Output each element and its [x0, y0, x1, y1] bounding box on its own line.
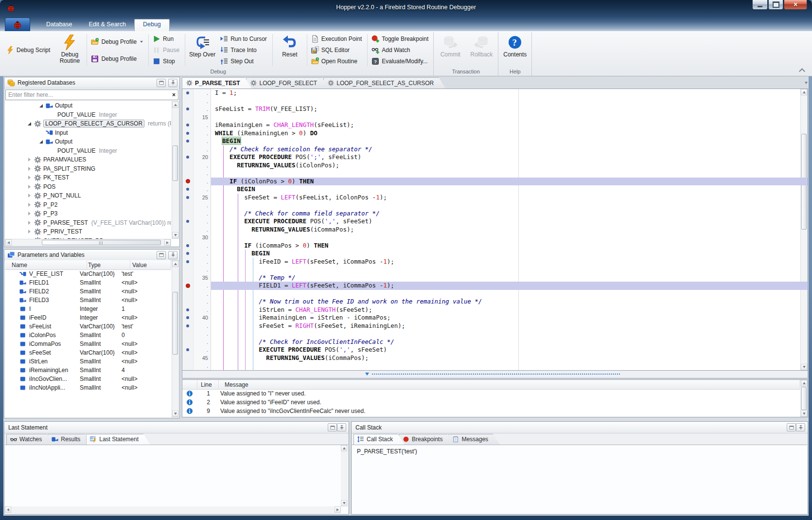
code-line[interactable]: 20 EXECUTE PROCEDURE POS(';', sFeeList)	[182, 153, 808, 161]
editor-scrollbar-horizontal[interactable]	[182, 371, 808, 378]
tab-watches[interactable]: Watches	[6, 434, 53, 445]
expander-collapsed-icon[interactable]	[26, 183, 33, 190]
ribbon-tab-debug[interactable]: Debug	[134, 19, 170, 31]
scroll-up-icon[interactable]	[341, 445, 347, 451]
editor-tab-loop-for-select[interactable]: LOOP_FOR_SELECT	[246, 77, 329, 89]
call-stack-content[interactable]: P_PARSE_TEST('test')	[352, 445, 807, 514]
code-line[interactable]: . iStrLen = CHAR_LENGTH(sFeeSet);	[182, 306, 808, 314]
content-scrollbar-vertical[interactable]	[341, 445, 348, 506]
tree-item-p-parse-test[interactable]: P_PARSE_TEST(V_FEE_LIST VarChar(100)) re…	[5, 218, 171, 228]
tree-item-pout-value[interactable]: POUT_VALUEInteger	[5, 146, 171, 156]
minimize-button[interactable]	[752, 0, 768, 10]
tree-item-pout-value[interactable]: POUT_VALUEInteger	[5, 110, 171, 120]
column-severity[interactable]	[182, 380, 197, 389]
code-line[interactable]: . EXECUTE PROCEDURE POS(',', sFeeSet)	[182, 346, 808, 354]
tree-scrollbar-horizontal[interactable]	[5, 239, 171, 246]
code-line[interactable]: . /* Check for comma field separator */	[182, 210, 808, 218]
code-line[interactable]: 25 sFeeSet = LEFT(sFeeList, iColonPos -1…	[182, 194, 808, 202]
tree-item-input[interactable]: Input	[5, 128, 171, 138]
gutter-marker[interactable]	[182, 105, 194, 113]
step-over-button[interactable]: Step Over	[187, 32, 218, 68]
tree-item-p-not-null[interactable]: P_NOT_NULL	[5, 191, 171, 200]
variable-row-icommapos[interactable]: iCommaPosSmallInt<null>	[5, 340, 171, 348]
tab-results[interactable]: Results	[48, 434, 92, 445]
code-line[interactable]: .	[182, 330, 808, 338]
messages-scrollbar-thumb[interactable]	[801, 387, 807, 410]
panel-restore-button[interactable]	[787, 423, 796, 431]
maximize-button[interactable]	[768, 0, 783, 10]
variable-row-iremaininglen[interactable]: iRemainingLenSmallInt4	[5, 366, 171, 375]
code-line[interactable]: . RETURNING_VALUES(iCommaPos);	[182, 226, 808, 234]
debug-script-button[interactable]: Debug Script	[4, 45, 54, 55]
database-filter-input[interactable]: Enter filter here... ×	[5, 90, 178, 100]
message-row[interactable]: 1Value assigned to "I" never used.	[182, 389, 800, 398]
tree-item-p-priv-test[interactable]: P_PRIV_TEST	[5, 227, 171, 236]
expander-collapsed-icon[interactable]	[26, 174, 33, 181]
code-line[interactable]: .	[182, 169, 808, 178]
panel-restore-button[interactable]	[157, 79, 166, 87]
contents-button[interactable]: Contents	[499, 32, 530, 68]
scroll-down-icon[interactable]	[341, 500, 347, 506]
panel-pin-button[interactable]	[168, 251, 177, 259]
code-line[interactable]: 35 /* Temp */	[182, 274, 808, 282]
panel-pin-button[interactable]	[796, 423, 805, 431]
scroll-up-icon[interactable]	[801, 380, 807, 386]
scroll-left-icon[interactable]	[5, 506, 11, 513]
expander-collapsed-icon[interactable]	[26, 201, 33, 208]
code-line[interactable]: . BEGIN	[182, 137, 808, 145]
gutter-marker[interactable]	[182, 306, 194, 314]
code-line[interactable]: .I = 1;	[182, 89, 808, 97]
gutter-marker[interactable]	[182, 258, 194, 266]
application-menu-button[interactable]	[5, 18, 30, 31]
gutter-marker[interactable]	[182, 121, 194, 129]
expander-collapsed-icon[interactable]	[26, 219, 33, 226]
code-line[interactable]: . /* Check for IncGovClientInFeeCalc */	[182, 338, 808, 346]
tree-item-pa-split-string[interactable]: PA_SPLIT_STRING	[5, 164, 171, 174]
debug-profile-button[interactable]: Debug Profile	[88, 36, 147, 47]
scroll-left-icon[interactable]	[5, 239, 12, 246]
tab-overflow-button[interactable]	[803, 79, 810, 86]
editor-hscroll-track[interactable]	[372, 374, 620, 375]
scroll-right-icon[interactable]	[335, 506, 341, 513]
column-line[interactable]: Line	[197, 380, 219, 389]
expander-expanded-icon[interactable]	[38, 102, 45, 109]
expander-collapsed-icon[interactable]	[26, 156, 33, 163]
variable-row-iincnotappli[interactable]: iIncNotAppli...SmallInt<null>	[5, 383, 171, 392]
variable-row-istrlen[interactable]: iStrLenSmallInt<null>	[5, 357, 171, 366]
code-line[interactable]: . /* Check for semicolon fee separator *…	[182, 145, 808, 154]
step-out-button[interactable]: Step Out	[218, 56, 271, 67]
column-name[interactable]: Name	[5, 260, 87, 269]
tab-messages[interactable]: Messages	[448, 434, 500, 445]
code-line[interactable]: 45 RETURNING_VALUES(iCommaPos);	[182, 354, 808, 362]
panel-restore-button[interactable]	[157, 251, 166, 259]
add-watch-button[interactable]: Add Watch	[369, 45, 432, 55]
code-line[interactable]: . RETURNING_VALUES(iColonPos);	[182, 161, 808, 170]
run-button[interactable]: Run	[150, 34, 183, 44]
toggle-breakpoint-button[interactable]: Toggle Breakpoint	[369, 34, 432, 44]
tree-scrollbar-vertical[interactable]	[172, 101, 179, 239]
scroll-down-icon[interactable]	[172, 232, 178, 238]
code-line[interactable]: .	[182, 290, 808, 298]
messages-scrollbar-vertical[interactable]	[800, 380, 808, 417]
panel-pin-button[interactable]	[337, 423, 346, 431]
scroll-down-icon[interactable]	[172, 411, 178, 417]
scroll-right-icon[interactable]	[164, 239, 171, 246]
code-line[interactable]: .	[182, 266, 808, 274]
close-button[interactable]: ×	[784, 0, 807, 10]
trace-into-button[interactable]: Trace Into	[218, 45, 271, 55]
code-line[interactable]: . IF (iColonPos > 0) THEN	[182, 178, 808, 186]
variable-row-icolonpos[interactable]: iColonPosSmallInt0	[5, 331, 171, 340]
code-line[interactable]: . sFeeSet = RIGHT(sFeeSet, iRemainingLen…	[182, 322, 808, 330]
panel-pin-button[interactable]	[168, 79, 177, 87]
gutter-marker[interactable]	[182, 89, 194, 97]
variable-row-field2[interactable]: FIELD2SmallInt<null>	[5, 287, 171, 296]
code-line[interactable]: .	[182, 362, 808, 370]
scroll-up-icon[interactable]	[172, 261, 178, 267]
variable-row-sfeeset[interactable]: sFeeSetVarChar(100)<null>	[5, 348, 171, 357]
scroll-down-icon[interactable]	[801, 411, 807, 417]
gutter-marker[interactable]	[182, 217, 194, 226]
gutter-marker[interactable]	[182, 153, 194, 161]
tree-item-output[interactable]: Output	[5, 101, 171, 110]
gutter-marker[interactable]	[182, 185, 194, 194]
code-line[interactable]: .	[182, 97, 808, 106]
